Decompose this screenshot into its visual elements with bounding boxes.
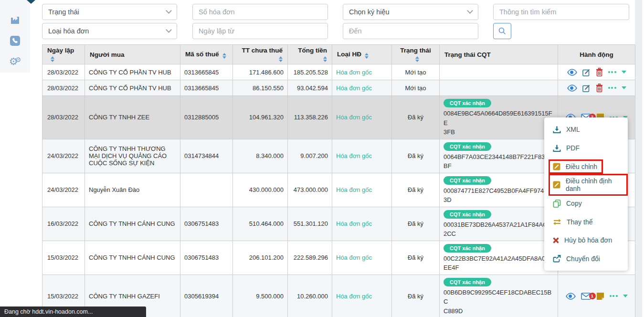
cell-buyer: CÔNG TY CỔ PHẦN TV HUB	[85, 64, 180, 80]
date-from-input[interactable]	[199, 27, 322, 35]
delete-invoice-icon[interactable]	[596, 84, 603, 92]
cell-buyer: Nguyễn Xuân Đào	[85, 173, 180, 207]
cell-invoice-type: Hóa đơn gốc	[332, 64, 392, 80]
column-header-label: Ngày lập	[47, 47, 74, 54]
column-header-label: Hành động	[580, 51, 613, 58]
cell-date: 15/03/2022	[42, 241, 85, 275]
column-header-subtotal[interactable]: TT chưa thuế	[233, 45, 288, 64]
cell-status: Đã ký	[392, 96, 440, 139]
note-icon[interactable]	[596, 292, 604, 300]
red-annotation-box: Điều chỉnh định danh	[549, 174, 628, 196]
more-actions-icon	[608, 87, 616, 89]
invoice-number-input[interactable]	[199, 8, 322, 16]
column-header-type[interactable]: Loại HĐ	[332, 45, 392, 64]
menu-item-2[interactable]: PDF	[544, 139, 628, 158]
column-header-date[interactable]: Ngày lập	[42, 45, 85, 64]
column-header-status[interactable]: Trạng thái	[392, 45, 440, 64]
cell-actions	[558, 80, 635, 96]
menu-item-6[interactable]: Thay thế	[544, 212, 628, 231]
invoice-type-filter-select[interactable]: Loại hóa đơn	[42, 23, 177, 39]
cell-subtotal: 8.340.000	[233, 139, 288, 173]
chevron-down-icon	[467, 8, 473, 14]
cell-cqt-status	[440, 64, 558, 80]
cqt-code: 0064BF7A03CE2344148B7F221F83F BF	[443, 152, 554, 171]
symbol-filter-select[interactable]: Chọn ký hiệu	[343, 4, 478, 20]
column-header-label: Trạng thái	[400, 47, 431, 54]
search-info-input[interactable]	[499, 8, 623, 16]
dropdown-caret-icon	[622, 71, 626, 74]
sort-icon[interactable]	[365, 53, 369, 59]
cell-status: Đã ký	[392, 173, 440, 207]
edit-invoice-icon[interactable]	[582, 84, 591, 92]
cell-cqt-status: CQT xác nhận 000874771E827C4952B0FA4FF97…	[440, 173, 558, 207]
cell-date: 28/03/2022	[42, 80, 85, 96]
cell-total: 9.007.200	[288, 139, 332, 173]
edit-invoice-icon[interactable]	[582, 68, 591, 76]
cell-subtotal: 206.101.200	[233, 241, 288, 275]
menu-item-label: Hủy bỏ hóa đơn	[564, 236, 612, 244]
cell-subtotal: 171.486.600	[233, 64, 288, 80]
menu-item-4[interactable]: Điều chỉnh định danh	[544, 176, 628, 194]
more-actions-icon	[608, 71, 616, 73]
cell-invoice-type: Hóa đơn gốc	[332, 139, 392, 173]
sort-icon[interactable]	[222, 53, 226, 59]
send-mail-icon[interactable]: 1	[581, 293, 591, 300]
menu-item-label: PDF	[566, 144, 580, 152]
menu-item-label: Copy	[566, 200, 582, 207]
more-actions-button[interactable]	[608, 87, 616, 89]
cell-invoice-type: Hóa đơn gốc	[332, 241, 392, 275]
menu-item-5[interactable]: Copy	[544, 194, 628, 213]
sort-icon[interactable]	[51, 56, 54, 62]
cell-date: 24/03/2022	[42, 173, 85, 207]
cell-total: 93.042.594	[288, 80, 332, 96]
column-header-total[interactable]: Tổng tiền	[288, 45, 332, 64]
sort-icon[interactable]	[415, 56, 419, 62]
view-invoice-icon[interactable]	[567, 85, 577, 92]
menu-item-label: Điều chỉnh	[566, 163, 597, 170]
factory-icon[interactable]	[0, 14, 30, 28]
dropdown-caret-icon	[622, 86, 626, 89]
delete-invoice-icon[interactable]	[596, 68, 603, 76]
column-header-actions: Hành động	[558, 45, 635, 64]
more-actions-button[interactable]	[608, 71, 616, 73]
status-filter-select[interactable]: Trạng thái	[42, 4, 177, 20]
date-from-field-box	[192, 23, 328, 39]
download-icon	[553, 144, 561, 152]
cell-subtotal: 510.464.000	[233, 207, 288, 241]
menu-item-3[interactable]: Điều chỉnh	[544, 157, 628, 176]
view-invoice-icon[interactable]	[566, 293, 576, 300]
cancel-icon	[553, 237, 559, 243]
download-icon	[553, 126, 561, 134]
cell-invoice-type: Hóa đơn gốc	[332, 173, 392, 207]
cell-cqt-status	[440, 80, 558, 96]
menu-item-8[interactable]: Chuyển đổi	[544, 250, 628, 268]
cqt-code: 00C22B3BC7E92A41A2A45DFA8A0F EE4F	[443, 254, 554, 273]
row-actions-context-menu: XML PDF Điều chỉnh Điều chỉnh định danh …	[544, 117, 628, 271]
cell-status: Mới tạo	[392, 80, 440, 96]
cell-invoice-type: Hóa đơn gốc	[332, 207, 392, 241]
cell-date: 28/03/2022	[42, 96, 85, 139]
more-actions-button[interactable]	[610, 295, 618, 297]
search-info-field-box	[493, 4, 629, 20]
menu-item-7[interactable]: Hủy bỏ hóa đơn	[544, 231, 628, 250]
search-icon	[498, 27, 507, 35]
cell-buyer: CÔNG TY TNHH CÁNH CUNG	[85, 241, 180, 275]
cell-total: 185.205.528	[288, 64, 332, 80]
chevron-down-icon[interactable]	[27, 0, 35, 4]
menu-item-1[interactable]: XML	[544, 120, 628, 139]
sort-icon[interactable]	[279, 56, 283, 62]
column-header-tax[interactable]: Mã số thuế	[180, 45, 233, 64]
cell-cqt-status: CQT xác nhận 0064BF7A03CE2344148B7F221F8…	[440, 139, 558, 173]
date-to-input[interactable]	[349, 27, 472, 35]
cell-invoice-type: Hóa đơn gốc	[332, 80, 392, 96]
settings-gears-icon[interactable]: ⚙⚙	[0, 56, 30, 67]
cell-tax-code: 0305619394	[180, 275, 233, 317]
view-invoice-icon[interactable]	[567, 69, 577, 76]
cell-status: Đã ký	[392, 275, 440, 317]
invoice-row[interactable]: 28/03/2022CÔNG TY CỔ PHẦN TV HUB03136658…	[42, 64, 635, 80]
invoice-row[interactable]: 28/03/2022CÔNG TY CỔ PHẦN TV HUB03136658…	[42, 80, 635, 96]
sort-icon[interactable]	[323, 56, 327, 62]
phone-icon[interactable]	[0, 35, 30, 48]
cell-status: Đã ký	[392, 241, 440, 275]
search-button[interactable]	[493, 23, 511, 39]
